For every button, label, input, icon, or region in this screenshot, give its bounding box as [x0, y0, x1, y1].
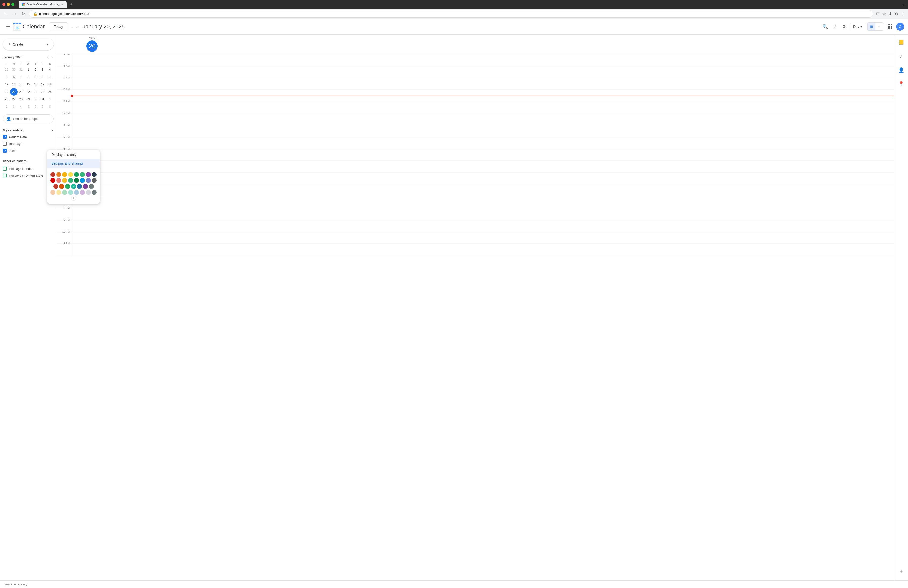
color-flamingo[interactable]: [56, 172, 61, 177]
color-basil[interactable]: [80, 172, 85, 177]
prev-period-button[interactable]: ‹: [69, 23, 74, 31]
color-grey-light[interactable]: [86, 190, 91, 195]
privacy-link[interactable]: Privacy: [18, 583, 27, 586]
today-button[interactable]: Today: [50, 23, 67, 31]
time-cell[interactable]: [72, 113, 894, 125]
help-button[interactable]: ?: [832, 22, 838, 31]
cal-day-number[interactable]: 20: [86, 40, 98, 52]
mini-cal-day[interactable]: 11: [47, 73, 53, 81]
mini-cal-day[interactable]: 19: [3, 88, 10, 95]
color-peach[interactable]: [50, 190, 55, 195]
mini-cal-day[interactable]: 15: [25, 81, 32, 88]
color-green-light[interactable]: [62, 190, 67, 195]
mini-cal-day[interactable]: 27: [10, 95, 17, 103]
my-calendar-item[interactable]: Tasks: [2, 147, 55, 154]
display-only-menu-item[interactable]: Display this only: [47, 150, 100, 159]
settings-sharing-menu-item[interactable]: Settings and sharing: [47, 159, 100, 168]
search-button[interactable]: 🔍: [820, 22, 830, 31]
color-basil-2[interactable]: [74, 178, 79, 183]
mini-cal-day[interactable]: 24: [39, 88, 46, 95]
time-cell[interactable]: [72, 220, 894, 232]
mini-cal-day[interactable]: 3: [10, 103, 17, 110]
time-cell[interactable]: [72, 172, 894, 184]
mini-cal-day[interactable]: 29: [3, 66, 10, 73]
window-expand-icon[interactable]: ⌄: [903, 2, 906, 6]
menu-button[interactable]: ☰: [4, 22, 12, 32]
mini-cal-day[interactable]: 2: [3, 103, 10, 110]
other-calendars-header[interactable]: Other calendars +: [2, 156, 55, 165]
terms-link[interactable]: Terms: [4, 583, 12, 586]
maps-icon-button[interactable]: 📍: [896, 79, 906, 89]
color-green-3[interactable]: [65, 184, 70, 189]
extensions-button[interactable]: ⊞: [876, 11, 879, 16]
mini-cal-day[interactable]: 31: [39, 95, 46, 103]
mini-cal-day[interactable]: 18: [47, 81, 53, 88]
time-cell[interactable]: [72, 208, 894, 220]
mini-cal-day[interactable]: 8: [47, 103, 53, 110]
mini-cal-day[interactable]: 25: [47, 88, 53, 95]
next-period-button[interactable]: ›: [74, 23, 80, 31]
grid-view-button[interactable]: ▦: [868, 23, 876, 31]
calendar-checkbox[interactable]: [3, 167, 7, 171]
color-tangerine[interactable]: [62, 172, 67, 177]
more-button[interactable]: ⋮: [901, 11, 905, 16]
mini-cal-day[interactable]: 6: [10, 73, 17, 81]
color-graphite-2[interactable]: [92, 190, 97, 195]
calendar-checkbox[interactable]: [3, 135, 7, 139]
time-cell[interactable]: [72, 149, 894, 161]
my-calendar-item[interactable]: Coders Cafe: [2, 133, 55, 140]
time-cell[interactable]: [72, 184, 894, 196]
color-banana-2[interactable]: [62, 178, 67, 183]
tab-close-button[interactable]: ✕: [61, 3, 64, 6]
keep-icon-button[interactable]: 📒: [896, 37, 906, 47]
color-teal-light[interactable]: [68, 190, 73, 195]
mini-cal-day[interactable]: 26: [3, 95, 10, 103]
color-purple-3[interactable]: [83, 184, 88, 189]
minimize-window-button[interactable]: [7, 3, 10, 6]
create-button[interactable]: + Create ▾: [3, 39, 53, 50]
time-cell[interactable]: [72, 244, 894, 255]
time-cell[interactable]: [72, 66, 894, 77]
color-lavender-light[interactable]: [80, 190, 85, 195]
time-cell[interactable]: [72, 101, 894, 113]
mini-cal-day[interactable]: 4: [18, 103, 25, 110]
mini-cal-day[interactable]: 5: [3, 73, 10, 81]
calendar-checkbox[interactable]: [3, 142, 7, 146]
mini-cal-day[interactable]: 14: [18, 81, 25, 88]
color-teal-selected[interactable]: [71, 184, 76, 189]
color-lavender[interactable]: [86, 178, 91, 183]
google-apps-button[interactable]: [885, 22, 894, 31]
mini-cal-day[interactable]: 17: [39, 81, 46, 88]
mini-cal-day[interactable]: 9: [32, 73, 39, 81]
new-tab-button[interactable]: +: [68, 1, 74, 8]
add-widget-button[interactable]: +: [898, 567, 905, 577]
time-cell[interactable]: [72, 137, 894, 148]
mini-cal-day[interactable]: 10: [39, 73, 46, 81]
mini-cal-day[interactable]: 30: [10, 66, 17, 73]
reload-button[interactable]: ↻: [21, 10, 26, 17]
mini-cal-day[interactable]: 7: [18, 73, 25, 81]
time-cell[interactable]: [72, 54, 894, 66]
mini-cal-day[interactable]: 3: [39, 66, 46, 73]
search-people[interactable]: 👤 Search for people: [3, 114, 53, 123]
mini-cal-day[interactable]: 13: [10, 81, 17, 88]
time-cell[interactable]: [72, 78, 894, 89]
mini-cal-day[interactable]: 7: [39, 103, 46, 110]
list-view-button[interactable]: ✓: [876, 23, 883, 31]
view-selector[interactable]: Day ▾: [850, 23, 865, 31]
add-custom-color-button[interactable]: +: [71, 196, 76, 201]
color-tomato-2[interactable]: [50, 178, 55, 183]
mini-cal-day[interactable]: 31: [18, 66, 25, 73]
back-button[interactable]: ←: [3, 11, 9, 17]
user-avatar[interactable]: C: [896, 23, 904, 31]
other-calendar-item[interactable]: Holidays in India: [2, 165, 55, 172]
color-blueberry[interactable]: [92, 172, 97, 177]
my-calendars-header[interactable]: My calendars ▾: [2, 126, 55, 133]
tasks-icon-button[interactable]: ✓: [897, 52, 905, 61]
calendar-checkbox[interactable]: [3, 148, 7, 153]
calendar-checkbox[interactable]: [3, 174, 7, 177]
mini-cal-day[interactable]: 23: [32, 88, 39, 95]
color-blue-3[interactable]: [77, 184, 82, 189]
color-yellow-light[interactable]: [56, 190, 61, 195]
color-peacock-2[interactable]: [80, 178, 85, 183]
